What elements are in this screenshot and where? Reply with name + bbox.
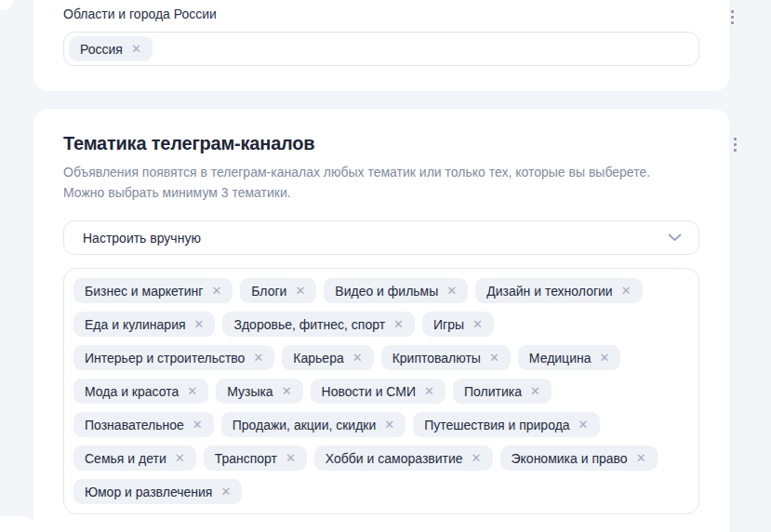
topics-card: Тематика телеграм-каналов Объявления поя… — [33, 109, 729, 532]
topics-mode-dropdown[interactable]: Настроить вручную — [63, 220, 699, 255]
remove-tag-icon[interactable]: ✕ — [220, 485, 231, 498]
topic-tag[interactable]: Блоги✕ — [240, 278, 316, 303]
region-card: Области и города России Россия✕ — [33, 0, 729, 91]
remove-tag-icon[interactable]: ✕ — [472, 318, 483, 330]
remove-tag-icon[interactable]: ✕ — [446, 285, 457, 297]
remove-tag-icon[interactable]: ✕ — [472, 452, 482, 464]
topic-tag[interactable]: Хобби и саморазвитие✕ — [314, 446, 493, 471]
topic-tag[interactable]: Россия✕ — [69, 36, 153, 61]
topic-tag[interactable]: Интерьер и строительство✕ — [73, 345, 274, 370]
topic-tag[interactable]: Мода и красота✕ — [73, 379, 208, 404]
remove-tag-icon[interactable]: ✕ — [282, 385, 292, 397]
remove-tag-icon[interactable]: ✕ — [286, 452, 296, 464]
topic-tag-label: Продажи, акции, скидки — [233, 418, 377, 432]
topic-tag-label: Новости и СМИ — [322, 384, 416, 399]
remove-tag-icon[interactable]: ✕ — [530, 385, 540, 397]
topics-card-menu-icon[interactable] — [730, 134, 740, 155]
remove-tag-icon[interactable]: ✕ — [295, 285, 305, 297]
remove-tag-icon[interactable]: ✕ — [352, 352, 363, 364]
topic-tag-label: Интерьер и строительство — [85, 351, 245, 366]
topic-tag-label: Россия — [80, 42, 123, 57]
topic-tag[interactable]: Дизайн и технологии✕ — [475, 278, 642, 303]
topic-tag-label: Транспорт — [215, 451, 277, 466]
topic-tag-label: Здоровье, фитнес, спорт — [233, 317, 385, 332]
topics-mode-dropdown-value: Настроить вручную — [83, 231, 201, 246]
topic-tag-label: Познавательное — [85, 418, 184, 432]
topic-tag[interactable]: Новости и СМИ✕ — [311, 379, 445, 404]
topic-tag[interactable]: Еда и кулинария✕ — [73, 312, 215, 337]
topic-tag[interactable]: Юмор и развлечения✕ — [73, 479, 242, 504]
remove-tag-icon[interactable]: ✕ — [621, 285, 631, 297]
topic-tag-label: Хобби и саморазвитие — [326, 451, 463, 466]
tag-row: Мода и красота✕Музыка✕Новости и СМИ✕Поли… — [73, 379, 689, 404]
chevron-down-icon — [668, 233, 682, 242]
tag-row: Познавательное✕Продажи, акции, скидки✕Пу… — [73, 412, 689, 437]
topic-tag-label: Еда и кулинария — [85, 317, 186, 332]
topic-tag-label: Криптовалюты — [392, 351, 481, 366]
topic-tag-label: Дизайн и технологии — [486, 284, 612, 299]
topic-tag[interactable]: Транспорт✕ — [204, 446, 307, 471]
topic-tag-label: Блоги — [251, 284, 286, 299]
topic-tag[interactable]: Путешествия и природа✕ — [413, 412, 599, 437]
remove-tag-icon[interactable]: ✕ — [175, 452, 185, 464]
topics-card-title: Тематика телеграм-каналов — [63, 131, 699, 155]
tag-row: Еда и кулинария✕Здоровье, фитнес, спорт✕… — [73, 312, 689, 337]
topic-tag[interactable]: Экономика и право✕ — [500, 446, 658, 471]
tag-row: Юмор и развлечения✕ — [73, 479, 689, 504]
topic-tag-label: Экономика и право — [512, 451, 628, 466]
topic-tag[interactable]: Здоровье, фитнес, спорт✕ — [222, 312, 415, 337]
remove-tag-icon[interactable]: ✕ — [253, 352, 263, 364]
topic-tag-label: Юмор и развлечения — [85, 485, 212, 499]
topic-tag[interactable]: Видео и фильмы✕ — [324, 278, 468, 303]
region-input[interactable]: Россия✕ — [63, 32, 699, 66]
topic-tag-label: Карьера — [293, 351, 343, 366]
remove-tag-icon[interactable]: ✕ — [599, 352, 609, 364]
tag-row: Семья и дети✕Транспорт✕Хобби и саморазви… — [73, 446, 689, 471]
topic-tag-label: Игры — [433, 317, 464, 332]
adjacent-card-corner — [0, 0, 13, 10]
remove-tag-icon[interactable]: ✕ — [187, 385, 197, 397]
topics-tags-field[interactable]: Бизнес и маркетинг✕Блоги✕Видео и фильмы✕… — [63, 268, 699, 514]
topic-tag[interactable]: Медицина✕ — [518, 345, 621, 370]
topic-tag[interactable]: Музыка✕ — [216, 379, 302, 404]
region-card-label: Области и города России — [63, 6, 699, 22]
topic-tag[interactable]: Познавательное✕ — [73, 412, 214, 437]
remove-tag-icon[interactable]: ✕ — [211, 285, 221, 297]
region-card-menu-icon[interactable] — [727, 7, 738, 28]
remove-tag-icon[interactable]: ✕ — [194, 318, 205, 330]
topic-tag[interactable]: Криптовалюты✕ — [381, 345, 511, 370]
description-line-1: Объявления появятся в телеграм-каналах л… — [63, 165, 650, 180]
topic-tag[interactable]: Семья и дети✕ — [73, 446, 196, 471]
topic-tag[interactable]: Бизнес и маркетинг✕ — [73, 278, 233, 303]
remove-tag-icon[interactable]: ✕ — [489, 352, 499, 364]
topic-tag-label: Мода и красота — [85, 384, 179, 399]
remove-tag-icon[interactable]: ✕ — [131, 43, 141, 55]
topic-tag-label: Видео и фильмы — [335, 284, 438, 299]
topic-tag[interactable]: Продажи, акции, скидки✕ — [221, 412, 406, 437]
topic-tag-label: Музыка — [227, 384, 273, 399]
topic-tag[interactable]: Игры✕ — [422, 312, 494, 337]
remove-tag-icon[interactable]: ✕ — [193, 419, 203, 431]
remove-tag-icon[interactable]: ✕ — [636, 452, 646, 464]
topic-tag-label: Путешествия и природа — [424, 418, 569, 432]
topic-tag[interactable]: Политика✕ — [453, 379, 552, 404]
topic-tag-label: Медицина — [529, 351, 592, 366]
remove-tag-icon[interactable]: ✕ — [424, 385, 434, 397]
tag-row: Интерьер и строительство✕Карьера✕Криптов… — [73, 345, 689, 370]
remove-tag-icon[interactable]: ✕ — [578, 419, 589, 431]
tag-row: Россия✕ — [69, 36, 153, 61]
description-line-2: Можно выбрать минимум 3 тематики. — [63, 185, 291, 200]
topic-tag-label: Политика — [464, 384, 522, 399]
topic-tag-label: Бизнес и маркетинг — [85, 284, 203, 299]
tag-row: Бизнес и маркетинг✕Блоги✕Видео и фильмы✕… — [73, 278, 689, 303]
remove-tag-icon[interactable]: ✕ — [384, 419, 394, 431]
topic-tag-label: Семья и дети — [85, 451, 166, 466]
remove-tag-icon[interactable]: ✕ — [393, 318, 404, 330]
topic-tag[interactable]: Карьера✕ — [282, 345, 373, 370]
topics-card-description: Объявления появятся в телеграм-каналах л… — [63, 162, 699, 203]
adjacent-card-corner-bottom — [0, 516, 34, 532]
